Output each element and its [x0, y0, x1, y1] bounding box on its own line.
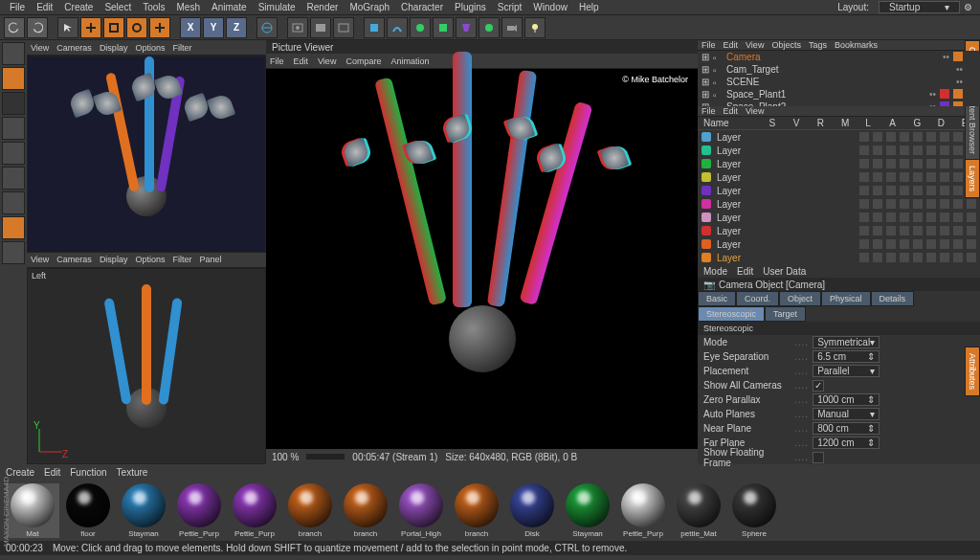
layer-row[interactable]: Layer — [698, 211, 980, 224]
menu-edit[interactable]: Edit — [31, 2, 58, 12]
expand-icon[interactable]: ⊞ — [702, 52, 709, 62]
layer-flag[interactable] — [859, 199, 869, 209]
snap-button[interactable] — [2, 241, 25, 264]
layer-flag[interactable] — [940, 213, 949, 222]
material-branch[interactable]: branch — [339, 483, 392, 538]
picture-viewer-canvas[interactable]: © Mike Batchelor — [266, 69, 698, 449]
layer-flag[interactable] — [900, 132, 909, 142]
checkbox[interactable] — [813, 452, 824, 463]
menu-help[interactable]: Help — [573, 2, 605, 12]
layer-flag[interactable] — [886, 253, 896, 262]
layer-flag[interactable] — [859, 226, 869, 235]
dropdown[interactable]: Parallel▾ — [813, 365, 880, 377]
vp2-menu-filter[interactable]: Filter — [172, 255, 191, 264]
obj-menu-objects[interactable]: Objects — [771, 40, 801, 50]
vp2-menu-display[interactable]: Display — [100, 255, 128, 264]
side-tab-attributes[interactable]: Attributes — [965, 347, 980, 396]
layer-flag[interactable] — [900, 146, 909, 155]
tree-item-space_plant1[interactable]: ⊞▫Space_Plant1•• — [698, 88, 980, 101]
layer-row[interactable]: Layer — [698, 224, 980, 237]
layer-flag[interactable] — [953, 132, 963, 142]
layer-flag[interactable] — [940, 239, 949, 249]
layer-flag[interactable] — [886, 199, 896, 209]
attr-menu-mode[interactable]: Mode — [703, 266, 727, 277]
menu-mesh[interactable]: Mesh — [171, 2, 206, 12]
layer-flag[interactable] — [940, 172, 949, 182]
materials-list[interactable]: MatfloorStaymanPettle_PurpPettle_Purpbra… — [0, 480, 980, 541]
number-input[interactable]: 1000 cm⇕ — [813, 393, 880, 406]
lay-menu-edit[interactable]: Edit — [724, 106, 739, 116]
dropdown[interactable]: Symmetrical▾ — [813, 336, 880, 348]
attr-menu-user data[interactable]: User Data — [763, 266, 806, 277]
layer-flag[interactable] — [900, 199, 909, 209]
material-branch[interactable]: branch — [450, 483, 503, 538]
layer-flag[interactable] — [886, 132, 896, 142]
menu-select[interactable]: Select — [99, 2, 137, 12]
polygon-mode-button[interactable] — [2, 191, 25, 214]
menu-render[interactable]: Render — [301, 2, 345, 12]
attr-tab-target[interactable]: Target — [765, 306, 806, 322]
layer-flag[interactable] — [926, 226, 936, 235]
layer-flag[interactable] — [873, 172, 882, 182]
obj-menu-tags[interactable]: Tags — [809, 40, 827, 50]
pv-menu-edit[interactable]: Edit — [294, 56, 309, 66]
move-tool[interactable] — [80, 17, 101, 38]
material-mat[interactable]: Mat — [6, 483, 59, 538]
layer-row[interactable]: Layer — [698, 237, 980, 251]
menu-file[interactable]: File — [4, 2, 31, 12]
number-input[interactable]: 6.5 cm⇕ — [813, 350, 880, 363]
layer-flag[interactable] — [900, 159, 909, 168]
spline-button[interactable] — [387, 17, 408, 38]
material-disk[interactable]: Disk — [505, 483, 559, 538]
layer-flag[interactable] — [886, 213, 896, 222]
layer-row[interactable]: Layer — [698, 157, 980, 170]
layer-flag[interactable] — [913, 132, 923, 142]
layer-row[interactable]: Layer — [698, 251, 980, 264]
menu-plugins[interactable]: Plugins — [449, 2, 492, 12]
vp2-menu-panel[interactable]: Panel — [199, 255, 221, 264]
layer-flag[interactable] — [886, 226, 896, 235]
layer-flag[interactable] — [913, 213, 923, 222]
layer-tag[interactable] — [940, 89, 949, 99]
layer-flag[interactable] — [886, 159, 896, 168]
last-tool[interactable] — [149, 17, 170, 38]
layer-flag[interactable] — [926, 146, 936, 155]
layer-flag[interactable] — [967, 239, 976, 249]
expand-icon[interactable]: ⊞ — [702, 89, 709, 100]
material-stayman[interactable]: Stayman — [561, 483, 614, 538]
material-pettle_purp[interactable]: Pettle_Purp — [616, 483, 670, 538]
object-tree[interactable]: ⊞▫Camera••⊞▫Cam_Target••⊞▫SCENE••⊞▫Space… — [698, 51, 980, 106]
mat-menu-create[interactable]: Create — [6, 467, 34, 478]
pv-menu-view[interactable]: View — [318, 56, 336, 66]
undo-button[interactable] — [4, 17, 25, 38]
attr-tab-details[interactable]: Details — [871, 291, 915, 306]
layer-flag[interactable] — [913, 186, 923, 195]
layer-flag[interactable] — [913, 146, 923, 155]
texture-mode-button[interactable] — [2, 92, 25, 115]
layer-flag[interactable] — [873, 199, 882, 209]
vp1-menu-options[interactable]: Options — [135, 43, 165, 53]
layer-flag[interactable] — [900, 253, 909, 262]
layer-flag[interactable] — [926, 132, 936, 142]
axis-z-button[interactable]: Z — [226, 17, 247, 38]
layer-flag[interactable] — [900, 239, 909, 249]
layer-flag[interactable] — [913, 199, 923, 209]
side-tab-layers[interactable]: Layers — [965, 159, 980, 198]
layer-flag[interactable] — [953, 253, 963, 262]
pv-menu-animation[interactable]: Animation — [390, 56, 429, 66]
vp1-menu-display[interactable]: Display — [100, 43, 128, 53]
vp1-menu-filter[interactable]: Filter — [172, 43, 191, 53]
redo-button[interactable] — [27, 17, 48, 38]
visibility-dots[interactable]: •• — [956, 77, 963, 87]
layer-flag[interactable] — [900, 213, 909, 222]
attr-tab-basic[interactable]: Basic — [698, 291, 736, 306]
layer-flag[interactable] — [859, 172, 869, 182]
layer-flag[interactable] — [886, 146, 896, 155]
menu-window[interactable]: Window — [527, 2, 573, 12]
material-branch[interactable]: branch — [283, 483, 337, 538]
layer-flag[interactable] — [940, 146, 949, 155]
layer-flag[interactable] — [953, 186, 963, 195]
viewport-perspective[interactable] — [27, 56, 266, 253]
vp2-menu-cameras[interactable]: Cameras — [56, 255, 92, 264]
layer-flag[interactable] — [913, 239, 923, 249]
